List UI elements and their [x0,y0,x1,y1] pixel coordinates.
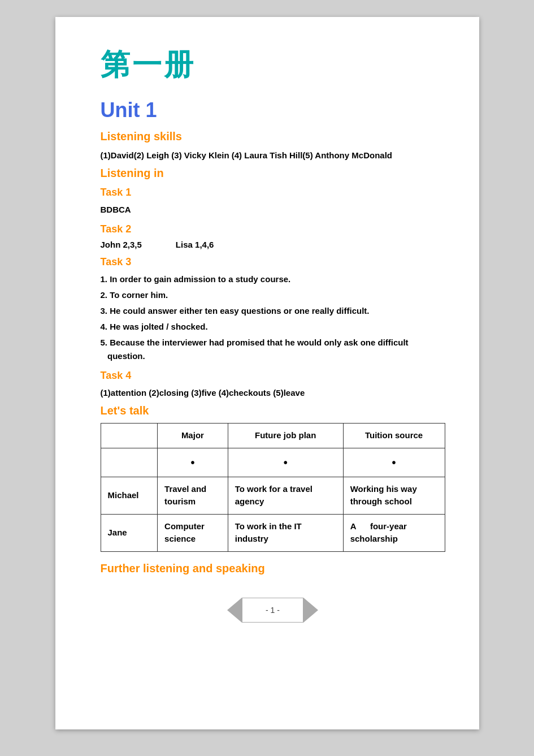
lets-talk-heading: Let's talk [101,404,445,417]
task3-item-4: 4. He was jolted / shocked. [101,320,445,334]
task3-item-3: 3. He could answer either ten easy quest… [101,304,445,318]
task3-item-2: 2. To corner him. [101,288,445,302]
ribbon-tab-right [292,598,303,623]
table-row-dots: • • • [101,448,445,477]
table-header-row: Major Future job plan Tuition source [101,424,445,448]
page-number: - 1 - [253,598,292,623]
listening-in-heading: Listening in [101,167,445,180]
task3-heading: Task 3 [101,256,445,268]
ribbon-tab-left [242,598,253,623]
jane-name: Jane [101,514,158,551]
task4-content: (1)attention (2)closing (3)five (4)check… [101,386,445,400]
col-header-major: Major [158,424,228,448]
michael-tuition: Working his waythrough school [343,477,445,514]
task3-item-1: 1. In order to gain admission to a study… [101,273,445,286]
task2-lisa: Lisa 1,4,6 [176,240,214,249]
chinese-title: 第一册 [101,45,445,85]
michael-major: Travel andtourism [158,477,228,514]
task4-heading: Task 4 [101,370,445,382]
dots-tuition: • [343,448,445,477]
page-container: 第一册 Unit 1 Listening skills (1)David(2) … [55,17,479,729]
task3-item-5: 5. Because the interviewer had promised … [101,336,445,363]
ribbon-arrow-left-icon [227,598,242,623]
col-header-tuition: Tuition source [343,424,445,448]
ribbon-arrow-right-icon [303,598,318,623]
unit-title: Unit 1 [101,98,445,122]
jane-future-job: To work in the ITindustry [228,514,343,551]
dots-name [101,448,158,477]
task1-content: BDBCA [101,203,445,217]
col-header-future-job: Future job plan [228,424,343,448]
listening-skills-heading: Listening skills [101,130,445,143]
task2-heading: Task 2 [101,223,445,235]
talk-table: Major Future job plan Tuition source • •… [101,423,445,552]
jane-major: Computerscience [158,514,228,551]
task3-list: 1. In order to gain admission to a study… [101,273,445,363]
michael-name: Michael [101,477,158,514]
page-footer: - 1 - [101,598,445,623]
table-row-jane: Jane Computerscience To work in the ITin… [101,514,445,551]
task2-row: John 2,3,5 Lisa 1,4,6 [101,240,445,249]
further-heading: Further listening and speaking [101,562,445,575]
michael-future-job: To work for a travelagency [228,477,343,514]
table-row-michael: Michael Travel andtourism To work for a … [101,477,445,514]
task1-heading: Task 1 [101,187,445,198]
listening-skills-content: (1)David(2) Leigh (3) Vicky Klein (4) La… [101,149,445,162]
col-header-name [101,424,158,448]
dots-future: • [228,448,343,477]
jane-tuition: A four-yearscholarship [343,514,445,551]
dots-major: • [158,448,228,477]
task2-john: John 2,3,5 [101,240,142,249]
